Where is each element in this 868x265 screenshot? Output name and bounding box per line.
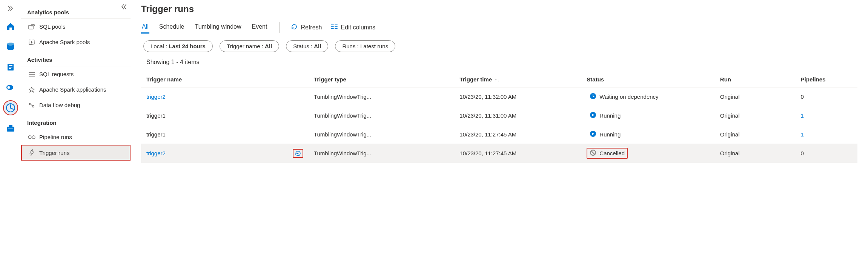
tab-schedule[interactable]: Schedule [158, 21, 185, 34]
col-trigger-type[interactable]: Trigger type [309, 72, 454, 87]
run-cell: Original [715, 125, 796, 144]
sidebar-section-activities: Activities [21, 50, 131, 66]
trigger-time-cell: 10/23/20, 11:31:00 AM [454, 106, 581, 125]
status-icon [590, 93, 596, 101]
status-badge: Cancelled [587, 148, 628, 159]
sidebar-item-label: Data flow debug [39, 102, 80, 108]
tabs-row: All Schedule Tumbling window Event Refre… [141, 21, 857, 34]
monitor-icon [6, 103, 15, 113]
pipeline-runs-icon [28, 135, 35, 140]
develop-icon [6, 63, 15, 71]
svg-point-16 [29, 103, 31, 105]
filter-time[interactable]: Local : Last 24 hours [143, 40, 213, 52]
sort-icon: ↑↓ [493, 77, 499, 83]
filter-runs[interactable]: Runs : Latest runs [335, 40, 395, 52]
page-title: Trigger runs [141, 4, 857, 14]
table-row[interactable]: trigger1TumblingWindowTrig...10/23/20, 1… [141, 106, 857, 125]
sql-pools-icon [28, 24, 35, 30]
col-trigger-time[interactable]: Trigger time ↑↓ [454, 72, 581, 87]
trigger-type-cell: TumblingWindowTrig... [309, 106, 454, 125]
col-run[interactable]: Run [715, 72, 796, 87]
pipelines-cell: 0 [796, 87, 857, 106]
sidebar-item-label: SQL requests [39, 71, 74, 77]
rail-manage[interactable] [4, 121, 17, 135]
manage-icon [6, 124, 15, 132]
run-cell: Original [715, 87, 796, 106]
rail-integrate[interactable] [4, 81, 17, 94]
status-badge: Running [587, 110, 624, 121]
pipelines-link[interactable]: 1 [801, 131, 804, 138]
sidebar-item-trigger-runs[interactable]: Trigger runs [21, 145, 131, 161]
sidebar-item-label: SQL pools [39, 23, 66, 30]
pipelines-link[interactable]: 1 [801, 112, 804, 119]
tab-event[interactable]: Event [251, 21, 268, 34]
col-status[interactable]: Status [581, 72, 714, 87]
rerun-icon [294, 150, 302, 157]
sidebar-collapse-button[interactable] [121, 4, 127, 11]
home-icon [6, 22, 15, 31]
rail-data[interactable] [4, 40, 17, 54]
edit-columns-button[interactable]: Edit columns [331, 24, 375, 31]
status-text: Waiting on dependency [599, 93, 658, 100]
svg-rect-11 [9, 125, 12, 127]
rail-home[interactable] [4, 20, 17, 33]
run-cell: Original [715, 106, 796, 125]
sidebar-item-sql-pools[interactable]: SQL pools [21, 19, 131, 34]
svg-point-1 [7, 43, 14, 46]
tab-all[interactable]: All [141, 21, 149, 34]
spark-apps-icon [28, 87, 35, 93]
sidebar-item-pipeline-runs[interactable]: Pipeline runs [21, 129, 131, 145]
chevron-double-left-icon [121, 4, 127, 10]
status-text: Running [599, 131, 621, 138]
filter-status[interactable]: Status : All [286, 40, 328, 52]
trigger-name-link[interactable]: trigger2 [146, 150, 166, 156]
svg-rect-18 [28, 136, 31, 139]
spark-pools-icon [28, 39, 35, 45]
col-trigger-name[interactable]: Trigger name [141, 72, 309, 87]
refresh-icon [291, 23, 298, 32]
edit-columns-label: Edit columns [341, 24, 375, 31]
table-row[interactable]: trigger1TumblingWindowTrig...10/23/20, 1… [141, 125, 857, 144]
refresh-button[interactable]: Refresh [291, 23, 322, 32]
run-cell: Original [715, 144, 796, 163]
rail-expand-button[interactable] [0, 3, 21, 13]
status-icon [590, 112, 596, 119]
sql-requests-icon [28, 72, 35, 77]
sidebar-item-spark-apps[interactable]: Apache Spark applications [21, 82, 131, 97]
rerun-button[interactable] [293, 149, 303, 158]
trigger-type-cell: TumblingWindowTrig... [309, 144, 454, 163]
table-row[interactable]: trigger2TumblingWindowTrig...10/23/20, 1… [141, 87, 857, 106]
col-pipelines[interactable]: Pipelines [796, 72, 857, 87]
sidebar-item-dataflow-debug[interactable]: Data flow debug [21, 97, 131, 113]
sidebar-item-label: Trigger runs [39, 150, 69, 156]
trigger-time-cell: 10/23/20, 11:27:45 AM [454, 144, 581, 163]
sidebar: Analytics pools SQL pools Apache Spark p… [21, 0, 131, 265]
rail-monitor[interactable] [4, 101, 17, 115]
icon-rail [0, 0, 21, 265]
svg-point-9 [10, 107, 11, 109]
svg-point-7 [7, 86, 10, 89]
sidebar-item-spark-pools[interactable]: Apache Spark pools [21, 34, 131, 50]
svg-rect-5 [9, 68, 11, 69]
trigger-name-text: trigger1 [146, 112, 166, 119]
dataflow-debug-icon [28, 102, 35, 108]
svg-rect-4 [9, 67, 12, 67]
sidebar-item-label: Pipeline runs [39, 134, 72, 140]
sidebar-item-sql-requests[interactable]: SQL requests [21, 66, 131, 82]
filter-trigger-name[interactable]: Trigger name : All [220, 40, 279, 52]
tab-tumbling-window[interactable]: Tumbling window [194, 21, 242, 34]
svg-rect-3 [9, 65, 12, 66]
status-icon [590, 130, 596, 138]
main-content: Trigger runs All Schedule Tumbling windo… [131, 0, 868, 265]
status-text: Cancelled [599, 150, 625, 156]
trigger-name-link[interactable]: trigger2 [146, 93, 166, 100]
trigger-type-cell: TumblingWindowTrig... [309, 125, 454, 144]
trigger-runs-table: Trigger name Trigger type Trigger time ↑… [141, 72, 857, 163]
sidebar-section-integration: Integration [21, 113, 131, 129]
rail-develop[interactable] [4, 60, 17, 74]
table-row[interactable]: trigger2 TumblingWindowTrig...10/23/20, … [141, 144, 857, 163]
status-icon [590, 149, 596, 157]
trigger-time-cell: 10/23/20, 11:27:45 AM [454, 125, 581, 144]
sidebar-item-label: Apache Spark applications [39, 86, 106, 93]
status-badge: Running [587, 129, 624, 140]
